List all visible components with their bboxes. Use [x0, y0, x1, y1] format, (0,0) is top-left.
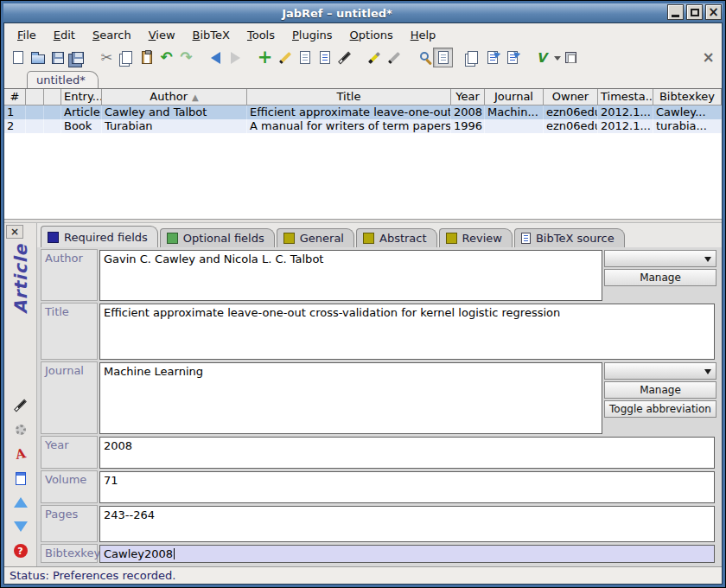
journal-dropdown[interactable] [604, 362, 716, 380]
col-header-author[interactable]: Author▲ [102, 89, 247, 105]
col-header-title[interactable]: Title [247, 89, 451, 105]
title-field-row: Title Efficient approximate leave-one-ou… [41, 303, 716, 360]
unmark-entries-button[interactable] [384, 48, 404, 67]
pages-input[interactable]: 243--264 [99, 506, 715, 542]
tab-abstract[interactable]: Abstract [356, 228, 437, 247]
menu-options[interactable]: Options [342, 26, 401, 44]
cleanup-entries-button[interactable] [334, 48, 354, 67]
title-field-label: Title [41, 303, 98, 360]
cut-button[interactable]: ✂ [97, 48, 117, 67]
close-button[interactable]: × [705, 4, 722, 20]
cleanup-wand-icon [338, 51, 351, 64]
database-tab-untitled[interactable]: untitled* [27, 71, 99, 88]
menu-help[interactable]: Help [403, 26, 444, 44]
journal-input[interactable]: Machine Learning [99, 362, 602, 434]
menu-search[interactable]: Search [85, 26, 139, 44]
next-entry-button[interactable] [10, 517, 31, 536]
cell-owner: ezn06edu [544, 105, 598, 119]
jabref-window: JabRef – untitled* × File Edit Search Vi… [0, 0, 726, 588]
author-name-format-dropdown[interactable] [604, 250, 716, 267]
year-input[interactable]: 2008 [99, 437, 715, 469]
volume-input[interactable]: 71 [99, 471, 715, 503]
toggle-abbreviation-button[interactable]: Toggle abbreviation [604, 400, 716, 418]
col-header-entrytype[interactable]: Entry... [61, 89, 102, 105]
copy-button[interactable] [117, 48, 137, 67]
push-to-emacs-button[interactable] [561, 48, 581, 67]
generate-bibtexkey-button[interactable] [10, 396, 31, 415]
toolbar-close-button[interactable]: × [698, 48, 718, 67]
menu-bar: File Edit Search View BibTeX Tools Plugi… [4, 23, 722, 46]
col-header-icon2[interactable] [44, 89, 61, 105]
required-fields-panel: Author Gavin C. Cawley and Nicola L. C. … [37, 247, 722, 566]
push-to-lyx-button[interactable] [482, 48, 502, 67]
col-header-owner[interactable]: Owner [544, 89, 598, 105]
tab-general[interactable]: General [277, 228, 354, 247]
cell-year: 1996 [451, 119, 485, 133]
entry-type-label: Article [10, 244, 31, 314]
close-editor-icon: × [10, 226, 19, 238]
minimize-button[interactable] [667, 4, 684, 20]
menu-plugins[interactable]: Plugins [284, 26, 341, 44]
copy-entry-button[interactable] [462, 48, 482, 67]
menu-tools[interactable]: Tools [239, 26, 283, 44]
edit-strings-button[interactable] [315, 48, 334, 67]
new-entry-button[interactable]: + [255, 48, 275, 67]
mark-entries-button[interactable] [364, 48, 384, 67]
forward-button[interactable] [226, 48, 245, 67]
open-file-button[interactable] [10, 469, 31, 488]
edit-entry-button[interactable] [275, 48, 295, 67]
menu-file[interactable]: File [10, 26, 44, 44]
new-database-button[interactable] [8, 48, 28, 67]
previous-entry-button[interactable] [10, 493, 31, 512]
pdf-icon: A [14, 445, 27, 463]
col-header-number[interactable]: # [4, 89, 26, 105]
push-to-vim-button[interactable]: V [532, 48, 551, 67]
help-button[interactable]: ? [10, 541, 31, 560]
autoset-links-button[interactable] [10, 420, 31, 439]
tab-review[interactable]: Review [439, 228, 513, 247]
undo-button[interactable]: ↶ [156, 48, 176, 67]
push-to-winedt-button[interactable] [502, 48, 522, 67]
col-header-journal[interactable]: Journal [485, 89, 544, 105]
cell-timestamp: 2012.1... [598, 105, 653, 119]
search-button[interactable] [413, 48, 433, 67]
push-dropdown-arrow-icon[interactable] [554, 56, 561, 64]
col-header-timestamp[interactable]: Timesta... [598, 89, 653, 105]
paste-button[interactable] [137, 48, 156, 67]
tab-optional-fields[interactable]: Optional fields [160, 228, 275, 247]
col-header-bibtexkey[interactable]: Bibtexkey [653, 89, 722, 105]
forward-icon [231, 52, 240, 64]
title-bar[interactable]: JabRef – untitled* × [3, 3, 723, 22]
bibtexkey-input[interactable]: Cawley2008 [99, 545, 715, 563]
window-title: JabRef – untitled* [3, 7, 723, 20]
menu-view[interactable]: View [141, 26, 183, 44]
author-input[interactable]: Gavin C. Cawley and Nicola L. C. Talbot [99, 250, 602, 301]
maximize-button[interactable] [686, 4, 703, 20]
title-input[interactable]: Efficient approximate leave-one-out cros… [99, 304, 715, 360]
journal-field-label: Journal [41, 361, 98, 434]
redo-button[interactable]: ↷ [176, 48, 196, 67]
bibtexkey-field-label: Bibtexkey [41, 544, 98, 563]
menu-edit[interactable]: Edit [46, 26, 83, 44]
menu-bibtex[interactable]: BibTeX [185, 26, 238, 44]
col-header-year[interactable]: Year [451, 89, 485, 105]
open-database-button[interactable] [28, 48, 48, 67]
back-button[interactable] [206, 48, 226, 67]
edit-strings-icon [320, 51, 330, 64]
author-manage-button[interactable]: Manage [604, 269, 716, 286]
table-row-1[interactable]: 1 Article Cawley and Talbot Efficient ap… [4, 105, 722, 119]
save-database-button[interactable] [48, 48, 67, 67]
edit-preamble-button[interactable] [295, 48, 315, 67]
close-entry-editor-button[interactable]: × [6, 225, 23, 239]
cell-entrytype: Book [61, 119, 102, 133]
tab-required-fields[interactable]: Required fields [41, 226, 158, 247]
open-pdf-button[interactable]: A [10, 444, 31, 463]
tab-bibtex-source[interactable]: BibTeX source [514, 228, 625, 247]
toggle-preview-button[interactable] [433, 48, 453, 67]
col-header-icon1[interactable] [26, 89, 44, 105]
general-tab-icon [283, 233, 295, 244]
save-all-icon [72, 52, 84, 64]
save-all-button[interactable] [67, 48, 87, 67]
journal-manage-button[interactable]: Manage [604, 381, 716, 399]
table-row-2[interactable]: 2 Book Turabian A manual for writers of … [4, 119, 722, 133]
